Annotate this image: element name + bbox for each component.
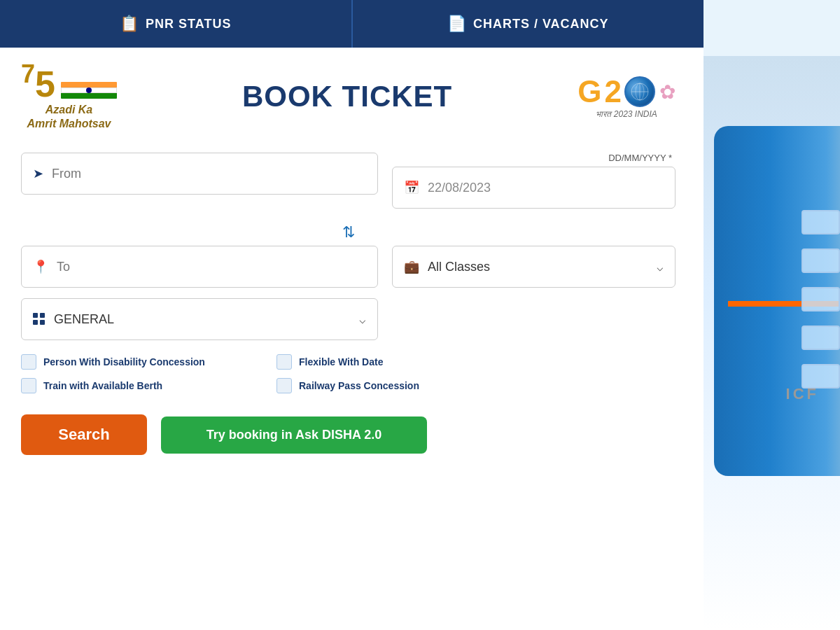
to-classes-row: 📍 💼 All Classes ⌵ [21,246,676,288]
azadi-number: 75 [21,62,55,103]
pnr-status-label: PNR STATUS [146,17,231,31]
g20-subtitle: भारत 2023 INDIA [596,109,657,119]
azadi-text-line2: Amrit Mahotsav [27,117,111,132]
g20-logo: G 2 ✿ भारत 2023 INDIA [578,74,676,119]
header-section: 75 Azadi Ka Amrit Mahotsav BOOK TICKET G [0,48,704,139]
quota-label: GENERAL [54,312,114,327]
location-arrow-icon: ➤ [33,166,43,181]
lotus-icon: ✿ [659,80,676,104]
date-value: 22/08/2023 [428,181,664,195]
disability-checkbox[interactable] [21,354,36,370]
date-field[interactable]: 📅 22/08/2023 [392,167,676,209]
disability-checkbox-item[interactable]: Person With Disability Concession [21,354,255,370]
azadi-text-line1: Azadi Ka [46,103,93,118]
from-date-row: ➤ DD/MM/YYYY * 📅 22/08/2023 [21,153,676,209]
calendar-icon: 📅 [404,180,419,195]
flexible-date-checkbox-item[interactable]: Flexible With Date [276,354,511,370]
quota-grid-icon [33,313,46,326]
top-nav: 📋 PNR STATUS 📄 CHARTS / VACANCY [0,0,704,48]
classes-dropdown[interactable]: 💼 All Classes ⌵ [392,246,676,288]
briefcase-icon: 💼 [404,259,419,274]
railpass-label: Railway Pass Concession [299,380,419,391]
swap-button[interactable]: ⇅ [337,222,360,243]
railpass-checkbox[interactable] [276,378,292,393]
quota-dropdown[interactable]: GENERAL ⌵ [21,298,378,340]
checkbox-area: Person With Disability Concession Flexib… [21,354,511,393]
search-button[interactable]: Search [21,414,147,455]
form-area: ➤ DD/MM/YYYY * 📅 22/08/2023 ⇅ 📍 [0,139,704,469]
flexible-date-label: Flexible With Date [299,356,383,368]
swap-btn-row: ⇅ [21,219,676,246]
g20-letter-g: G [578,74,601,109]
pnr-status-nav[interactable]: 📋 PNR STATUS [0,0,353,48]
from-input[interactable] [52,167,366,181]
berth-checkbox-item[interactable]: Train with Available Berth [21,378,255,393]
berth-label: Train with Available Berth [43,380,162,391]
buttons-row: Search Try booking in Ask DISHA 2.0 [21,414,676,455]
quota-chevron-icon: ⌵ [359,313,366,326]
date-label: DD/MM/YYYY * [392,153,676,163]
disha-button[interactable]: Try booking in Ask DISHA 2.0 [161,416,427,454]
quota-row: GENERAL ⌵ [21,298,676,340]
to-field[interactable]: 📍 [21,246,378,288]
from-field[interactable]: ➤ [21,153,378,195]
berth-checkbox[interactable] [21,378,36,393]
classes-label: All Classes [428,260,490,274]
disability-label: Person With Disability Concession [43,356,205,368]
g20-globe [624,76,655,107]
location-pin-icon: 📍 [33,259,48,274]
page-title: BOOK TICKET [242,80,452,113]
pnr-icon: 📋 [120,15,139,33]
to-input[interactable] [57,260,366,274]
classes-chevron-icon: ⌵ [657,260,664,274]
charts-vacancy-label: CHARTS / VACANCY [473,17,609,31]
azadi-logo: 75 Azadi Ka Amrit Mahotsav [21,62,117,132]
charts-icon: 📄 [447,15,466,33]
railpass-checkbox-item[interactable]: Railway Pass Concession [276,378,511,393]
flexible-date-checkbox[interactable] [276,354,292,370]
g20-digit-2: 2 [605,74,622,109]
charts-vacancy-nav[interactable]: 📄 CHARTS / VACANCY [353,0,704,48]
